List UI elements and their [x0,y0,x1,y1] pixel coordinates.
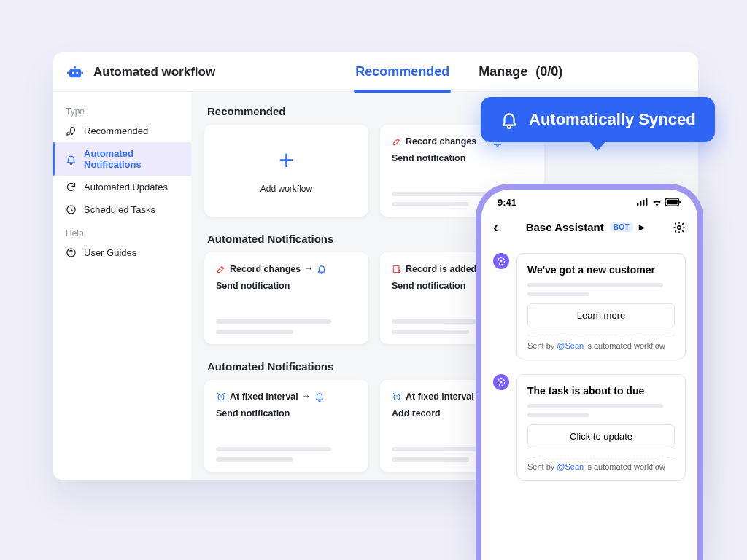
message-bubble: The task is about to due Click to update… [516,374,686,481]
message: The task is about to due Click to update… [493,374,686,481]
sidebar-item-automated-notifications[interactable]: Automated Notifications [53,142,191,176]
phone-header: ‹ Base Assistant BOT ▶ [481,214,697,244]
workflow-card-title: Record changes → Send notification [216,262,357,292]
action-text: Send notification [216,279,290,292]
message-title: The task is about to due [527,385,675,397]
trigger-text: At fixed interval [406,390,474,403]
arrow-icon: → [302,390,311,402]
tab-label: Recommended [355,64,449,79]
trigger-text: Record is added [406,262,476,276]
action-text: Send notification [392,279,465,292]
refresh-icon [66,182,77,192]
footer-prefix: Sent by [527,462,557,471]
bell-icon [66,154,77,165]
battery-icon [665,198,681,206]
action-text: Send notification [392,152,465,165]
sidebar-item-label: User Guides [84,247,136,258]
header-tabs: Recommended Manage (0/0) [354,52,564,91]
sidebar-section-title: Help [53,221,191,241]
learn-more-button[interactable]: Learn more [527,303,675,327]
workflow-card-title: At fixed interval → Send notification [216,390,357,420]
avatar-icon [493,374,509,390]
sidebar-item-scheduled-tasks[interactable]: Scheduled Tasks [53,198,191,221]
sidebar-item-label: Automated Notifications [84,148,178,170]
phone-frame: 9:41 ‹ Base Assistant BOT ▶ We've got a … [476,184,703,560]
add-workflow-card[interactable]: + Add workflow [204,125,368,217]
phone-title: Base Assistant [526,221,604,233]
chevron-right-icon: ▶ [639,223,645,231]
sidebar-item-recommended[interactable]: Recommended [53,120,191,142]
arrow-icon: → [304,262,313,275]
rocket-icon [66,125,77,136]
workflow-card[interactable]: At fixed interval → Send notification [204,380,368,472]
page-title: Automated workflow [93,65,215,79]
sidebar: Type Recommended Automated Notifications… [53,92,191,480]
sidebar-section-title: Type [53,99,191,120]
tooltip-text: Automatically Synced [529,110,696,129]
sync-tooltip: Automatically Synced [481,97,715,142]
mention[interactable]: @Sean [557,462,584,471]
tab-recommended[interactable]: Recommended [354,52,451,91]
bell-icon [500,110,519,129]
footer-suffix: 's automated workflow [584,341,665,350]
placeholder-lines [527,283,675,296]
sidebar-item-label: Scheduled Tasks [84,204,155,215]
status-time: 9:41 [498,197,516,208]
addrec-icon [392,264,402,274]
add-workflow-label: Add workflow [260,184,312,194]
back-button[interactable]: ‹ [493,219,498,236]
placeholder-lines [527,404,675,417]
bell-icon [317,264,327,274]
signal-icon [637,198,649,206]
trigger-text: Record changes [230,262,301,276]
trigger-text: Record changes [406,135,476,148]
trigger-text: At fixed interval [230,390,298,403]
bot-icon [67,66,83,79]
message-footer: Sent by @Sean 's automated workflow [527,456,675,471]
bot-badge: BOT [610,222,633,232]
footer-suffix: 's automated workflow [584,462,665,471]
tab-label: Manage [479,64,527,79]
help-icon [66,247,77,258]
edit-icon [392,136,402,147]
sidebar-item-user-guides[interactable]: User Guides [53,241,191,264]
plus-icon: + [279,147,294,174]
settings-button[interactable] [673,221,686,234]
alarm-icon [392,392,402,402]
wifi-icon [651,198,662,206]
placeholder-lines [216,447,357,462]
edit-icon [216,264,226,274]
sidebar-item-label: Recommended [84,125,148,136]
placeholder-lines [216,319,357,334]
message-title: We've got a new customer [527,264,675,276]
sidebar-item-label: Automated Updates [84,182,168,192]
tab-manage[interactable]: Manage (0/0) [477,52,564,91]
workflow-card[interactable]: Record changes → Send notification [204,252,368,344]
avatar-icon [493,253,509,269]
message: We've got a new customer Learn more Sent… [493,253,686,359]
footer-prefix: Sent by [527,341,557,350]
message-bubble: We've got a new customer Learn more Sent… [516,253,686,359]
alarm-icon [216,392,226,402]
bell-icon [314,392,325,402]
click-to-update-button[interactable]: Click to update [527,424,675,448]
phone-feed: We've got a new customer Learn more Sent… [481,244,697,489]
clock-icon [66,204,77,215]
window-header: Automated workflow Recommended Manage (0… [53,52,698,92]
message-footer: Sent by @Sean 's automated workflow [527,335,675,350]
action-text: Send notification [216,407,290,420]
phone-statusbar: 9:41 [481,190,697,214]
action-text: Add record [392,407,441,420]
tab-count: (0/0) [535,64,562,79]
mention[interactable]: @Sean [557,341,584,350]
sidebar-item-automated-updates[interactable]: Automated Updates [53,176,191,198]
